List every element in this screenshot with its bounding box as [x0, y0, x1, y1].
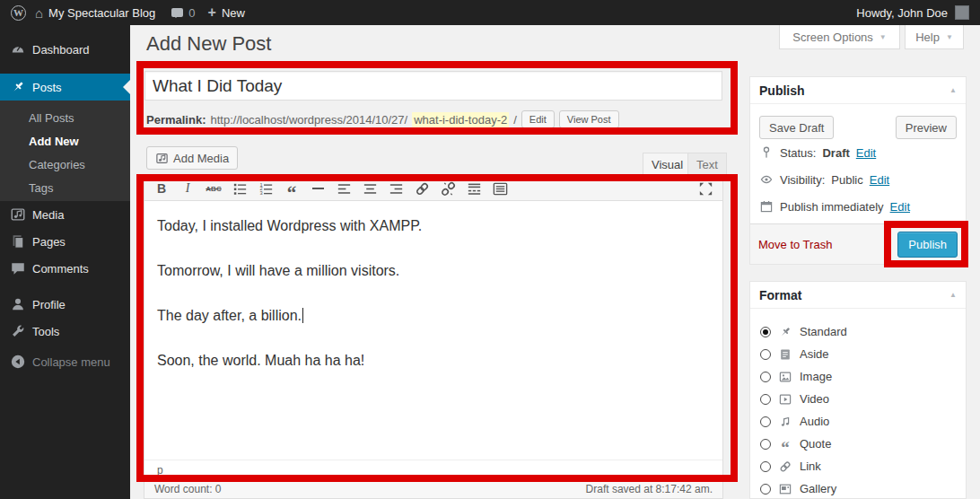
format-option-image[interactable]: Image — [750, 365, 966, 388]
sidebar-item-label: Profile — [32, 298, 66, 311]
align-left-icon[interactable] — [335, 179, 353, 197]
format-option-aside[interactable]: Aside — [750, 343, 966, 365]
format-panel-header[interactable]: Format ▲ — [750, 282, 966, 309]
format-option-link[interactable]: Link — [750, 455, 966, 477]
sidebar-item-dashboard[interactable]: Dashboard — [0, 36, 130, 63]
sidebar-item-collapse-menu[interactable]: Collapse menu — [0, 348, 130, 375]
edit-schedule-link[interactable]: Edit — [890, 200, 910, 214]
bold-icon[interactable]: B — [153, 179, 171, 197]
site-name-link[interactable]: ⌂ My Spectacular Blog — [35, 6, 155, 20]
screen-options-button[interactable]: Screen Options ▼ — [779, 25, 900, 49]
sidebar-item-pages[interactable]: Pages — [0, 228, 130, 255]
submenu-item-add-new[interactable]: Add New — [0, 130, 130, 153]
editor-content-area[interactable]: Today, I installed Wordpress with XAMPP.… — [144, 201, 722, 460]
publish-panel-header[interactable]: Publish ▲ — [750, 77, 966, 104]
sidebar-item-media[interactable]: Media — [0, 201, 130, 228]
format-option-video[interactable]: Video — [750, 388, 966, 410]
horizontal-rule-icon[interactable] — [309, 179, 327, 197]
link-icon — [778, 460, 792, 474]
strikethrough-icon[interactable]: ABC — [205, 179, 223, 197]
new-content-menu[interactable]: + New — [208, 5, 245, 20]
editor-paragraph: The day after, a billion. — [157, 305, 710, 327]
format-option-label: Aside — [800, 347, 829, 361]
tab-visual[interactable]: Visual — [643, 153, 692, 176]
page-title: Add New Post — [146, 32, 271, 56]
howdy-account-link[interactable]: Howdy, John Doe — [856, 6, 948, 20]
quote-icon: “ — [778, 437, 792, 451]
help-button[interactable]: Help ▼ — [905, 25, 964, 49]
toolbar-toggle-icon[interactable] — [491, 179, 509, 197]
submenu-item-categories[interactable]: Categories — [0, 153, 130, 177]
pages-icon — [10, 233, 26, 250]
align-right-icon[interactable] — [387, 179, 405, 197]
view-post-button[interactable]: View Post — [559, 110, 619, 128]
numbered-list-icon[interactable] — [257, 179, 275, 197]
format-option-quote[interactable]: “ Quote — [750, 433, 966, 455]
permalink-slug[interactable]: what-i-did-today-2 — [412, 112, 509, 127]
blockquote-icon[interactable]: “ — [283, 179, 301, 197]
format-option-standard[interactable]: Standard — [750, 320, 966, 343]
sidebar-item-label: Collapse menu — [32, 355, 110, 369]
save-draft-button[interactable]: Save Draft — [759, 116, 834, 139]
more-tag-icon[interactable] — [465, 179, 483, 197]
preview-button[interactable]: Preview — [896, 116, 957, 139]
radio-audio[interactable] — [760, 416, 771, 427]
radio-gallery[interactable] — [760, 484, 771, 495]
format-option-label: Quote — [800, 437, 831, 451]
fullscreen-icon[interactable] — [696, 179, 714, 197]
italic-icon[interactable]: I — [179, 179, 197, 197]
sidebar-item-label: Tools — [32, 325, 59, 338]
publish-button[interactable]: Publish — [897, 232, 958, 258]
radio-standard[interactable] — [760, 327, 771, 337]
avatar[interactable] — [955, 5, 969, 20]
collapse-panel-icon[interactable]: ▲ — [949, 291, 957, 299]
text-cursor — [302, 308, 303, 323]
add-media-button[interactable]: Add Media — [146, 146, 238, 170]
insert-link-icon[interactable] — [413, 179, 431, 197]
pushpin-icon — [778, 325, 792, 339]
sidebar-item-posts[interactable]: Posts — [0, 74, 130, 101]
comments-admin-bar-link[interactable]: 0 — [171, 6, 195, 20]
status-value: Draft — [822, 146, 849, 160]
radio-video[interactable] — [760, 394, 771, 405]
collapse-panel-icon[interactable]: ▲ — [949, 86, 957, 94]
format-option-audio[interactable]: Audio — [750, 410, 966, 433]
post-schedule-row: Publish immediately Edit — [750, 193, 966, 220]
sidebar-item-profile[interactable]: Profile — [0, 291, 130, 318]
tab-text[interactable]: Text — [687, 153, 727, 176]
edit-permalink-button[interactable]: Edit — [521, 110, 555, 128]
radio-image[interactable] — [760, 372, 771, 382]
wordpress-logo-menu[interactable]: W — [11, 5, 26, 21]
remove-link-icon[interactable] — [439, 179, 457, 197]
sidebar-item-label: Media — [32, 208, 64, 222]
audio-icon — [778, 415, 792, 429]
format-options-list: Standard Aside Image Video Audio — [750, 309, 966, 499]
calendar-icon — [759, 199, 774, 214]
radio-quote[interactable] — [760, 439, 771, 450]
submenu-item-tags[interactable]: Tags — [0, 177, 130, 200]
sidebar-item-comments[interactable]: Comments — [0, 255, 130, 282]
edit-status-link[interactable]: Edit — [856, 146, 876, 160]
bullet-list-icon[interactable] — [231, 179, 249, 197]
image-icon — [778, 370, 792, 384]
post-title-input[interactable] — [144, 71, 722, 101]
admin-bar: W ⌂ My Spectacular Blog 0 + New Howdy, J… — [0, 0, 980, 25]
editor-paragraph: Tomorrow, I will have a million visitors… — [157, 260, 710, 282]
profile-icon — [10, 296, 26, 312]
submenu-item-all-posts[interactable]: All Posts — [0, 107, 130, 130]
radio-link[interactable] — [760, 461, 771, 472]
radio-aside[interactable] — [760, 349, 771, 360]
pushpin-icon — [10, 79, 26, 95]
visibility-label: Visibility: — [780, 173, 825, 187]
dashboard-icon — [10, 41, 26, 57]
sidebar-item-tools[interactable]: Tools — [0, 318, 130, 345]
edit-visibility-link[interactable]: Edit — [870, 173, 889, 187]
current-menu-arrow — [123, 80, 130, 94]
align-center-icon[interactable] — [361, 179, 379, 197]
format-option-label: Gallery — [800, 482, 836, 495]
move-to-trash-link[interactable]: Move to Trash — [758, 238, 832, 251]
element-path-tag[interactable]: p — [157, 464, 163, 477]
help-label: Help — [915, 31, 940, 44]
publish-panel: Publish ▲ Save Draft Preview Status: Dra… — [749, 76, 967, 265]
format-option-gallery[interactable]: Gallery — [750, 477, 966, 499]
